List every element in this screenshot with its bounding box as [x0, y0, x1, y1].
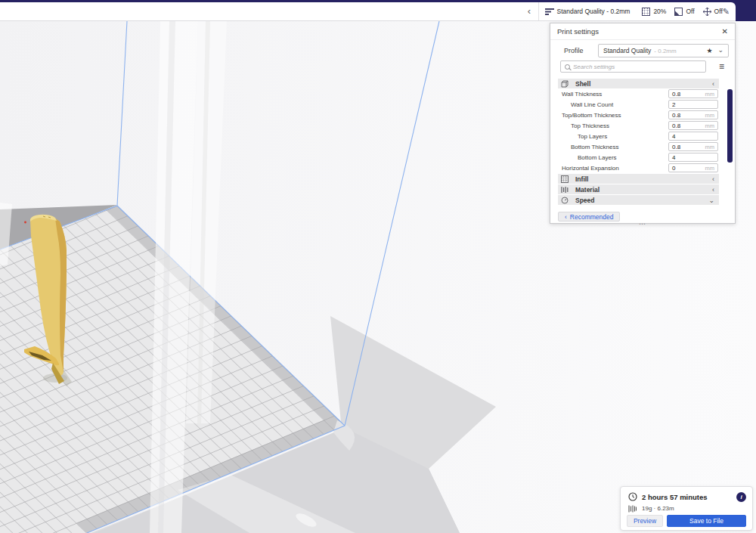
chevron-left-icon: ‹	[712, 186, 714, 194]
setting-value: 0	[672, 165, 675, 172]
setting-value-field[interactable]: 0.8 mm	[668, 110, 718, 119]
profile-dropdown[interactable]: Standard Quality - 0.2mm ★ ⌄	[598, 44, 729, 57]
setting-value-field[interactable]: 4	[668, 132, 718, 141]
support-summary[interactable]: Off	[674, 8, 694, 16]
category-label: Speed	[575, 197, 595, 204]
category-label: Material	[575, 186, 600, 194]
adhesion-summary[interactable]: Off	[703, 8, 723, 16]
setting-label: Top/Bottom Thickness	[562, 112, 621, 119]
category-infill[interactable]: Infill ‹	[558, 174, 719, 184]
stage-toolbar: ‹ Standard Quality - 0.2mm 20%	[0, 2, 736, 21]
toolbar-divider	[538, 2, 539, 20]
chevron-down-icon: ⌄	[717, 48, 723, 52]
material-usage-estimate: 19g · 6.23m	[642, 505, 674, 512]
setting-value: 4	[672, 133, 675, 140]
setting-label: Horizontal Expansion	[562, 165, 619, 172]
settings-list: Shell ‹ Wall Thickness 0.8 mm Wall Line …	[550, 79, 735, 205]
setting-row-horizontal-expansion: Horizontal Expansion 0 mm	[550, 163, 735, 173]
shell-icon	[561, 80, 569, 88]
infill-icon	[561, 175, 569, 183]
star-icon[interactable]: ★	[706, 47, 712, 54]
setting-label: Wall Line Count	[571, 101, 613, 108]
category-label: Shell	[575, 80, 590, 88]
chevron-down-icon: ⌄	[708, 197, 714, 204]
setting-value-field[interactable]: 4	[668, 153, 718, 162]
profile-dropdown-variant: - 0.2mm	[654, 48, 676, 54]
setting-row-wall-line-count: Wall Line Count 2	[550, 99, 735, 110]
setting-unit: mm	[705, 144, 715, 150]
category-speed[interactable]: Speed ⌄	[558, 195, 719, 205]
panel-title: Print settings	[557, 27, 599, 36]
info-icon[interactable]: i	[736, 492, 746, 502]
clock-icon	[628, 492, 637, 501]
support-icon	[674, 8, 683, 16]
search-input[interactable]	[573, 64, 702, 70]
search-icon	[565, 64, 570, 70]
speed-icon	[561, 197, 569, 204]
setting-row-bottom-layers: Bottom Layers 4	[550, 152, 735, 163]
panel-drag-handle[interactable]: ⋯	[550, 222, 735, 226]
output-action-panel: 2 hours 57 minutes i 19g · 6.23m Preview…	[620, 486, 753, 531]
model-marker-dot	[24, 222, 26, 224]
profile-summary-label: Standard Quality - 0.2mm	[557, 8, 631, 15]
profile-label: Profile	[564, 47, 584, 54]
setting-label: Top Thickness	[571, 122, 609, 129]
preview-button[interactable]: Preview	[627, 515, 663, 527]
layers-icon	[545, 8, 554, 15]
setting-value: 0.8	[672, 122, 680, 129]
setting-label: Top Layers	[578, 133, 607, 140]
save-to-file-button[interactable]: Save to File	[667, 515, 746, 527]
chevron-left-icon: ‹	[565, 213, 567, 221]
material-spool-icon	[628, 505, 637, 513]
print-setup-profile-summary[interactable]: Standard Quality - 0.2mm	[545, 8, 631, 15]
setting-unit: mm	[705, 91, 715, 98]
material-icon	[561, 186, 569, 194]
setting-value-field[interactable]: 0.8 mm	[668, 89, 718, 98]
profile-dropdown-value: Standard Quality	[603, 47, 651, 54]
recommended-label: Recommended	[570, 213, 614, 221]
setting-value-field[interactable]: 0.8 mm	[668, 121, 718, 130]
setting-row-top-layers: Top Layers 4	[550, 131, 735, 141]
setting-value: 4	[672, 154, 675, 161]
adhesion-icon	[703, 8, 711, 16]
settings-visibility-menu-icon[interactable]: ≡	[719, 61, 724, 72]
top-bar: ‹ Standard Quality - 0.2mm 20%	[0, 0, 756, 21]
setting-value: 0.8	[672, 144, 680, 150]
adhesion-summary-value: Off	[714, 8, 723, 15]
edit-setup-pencil-icon[interactable]: ✎	[723, 7, 730, 17]
setting-value: 0.8	[672, 112, 680, 119]
category-shell[interactable]: Shell ‹	[558, 79, 719, 88]
setting-label: Bottom Thickness	[571, 144, 618, 150]
support-summary-value: Off	[686, 8, 694, 15]
cura-app: ‹ Standard Quality - 0.2mm 20%	[0, 0, 756, 533]
setting-row-wall-thickness: Wall Thickness 0.8 mm	[550, 88, 735, 99]
infill-summary[interactable]: 20%	[642, 8, 666, 16]
setting-value: 2	[672, 101, 675, 108]
chevron-left-icon: ‹	[712, 175, 714, 183]
setting-label: Bottom Layers	[578, 154, 617, 161]
scrollbar[interactable]	[727, 89, 733, 163]
setting-value-field[interactable]: 0 mm	[668, 163, 718, 172]
chevron-left-icon: ‹	[712, 80, 714, 88]
setting-row-top-bottom-thickness: Top/Bottom Thickness 0.8 mm	[550, 110, 735, 120]
setting-value-field[interactable]: 2	[668, 100, 718, 109]
infill-icon	[642, 8, 650, 16]
print-time-estimate: 2 hours 57 minutes	[642, 493, 708, 501]
print-settings-panel: Print settings ✕ Profile Standard Qualit…	[550, 23, 736, 224]
setting-row-top-thickness: Top Thickness 0.8 mm	[550, 120, 735, 131]
setting-unit: mm	[705, 122, 715, 129]
setting-unit: mm	[705, 112, 715, 119]
setting-row-bottom-thickness: Bottom Thickness 0.8 mm	[550, 141, 735, 152]
category-material[interactable]: Material ‹	[558, 184, 719, 194]
setting-unit: mm	[705, 165, 715, 172]
setting-value-field[interactable]: 0.8 mm	[668, 142, 718, 151]
close-icon[interactable]: ✕	[722, 28, 728, 36]
infill-summary-value: 20%	[653, 8, 666, 15]
collapse-panel-button[interactable]: ‹	[520, 2, 538, 20]
category-label: Infill	[575, 175, 588, 183]
setting-value: 0.8	[672, 91, 680, 98]
search-box[interactable]	[560, 60, 706, 73]
recommended-mode-button[interactable]: ‹ Recommended	[558, 212, 620, 222]
setting-label: Wall Thickness	[562, 91, 602, 98]
